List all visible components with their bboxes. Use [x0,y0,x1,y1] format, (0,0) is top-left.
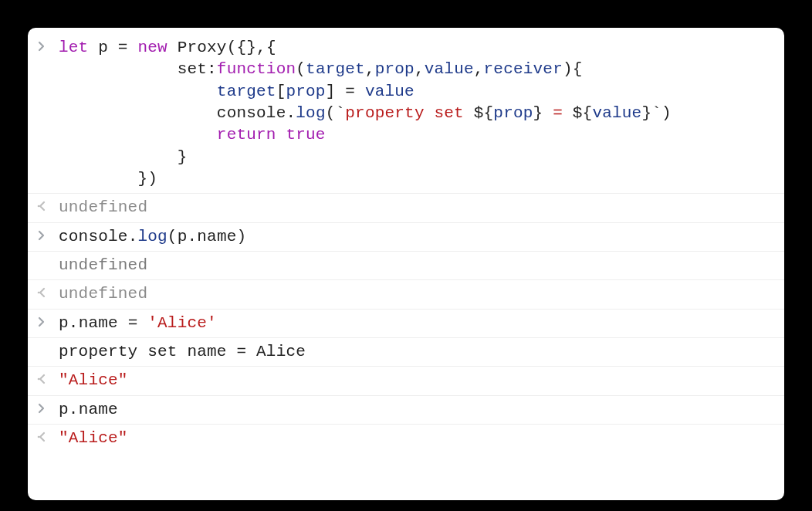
code-line: p.name = 'Alice' [59,313,776,334]
svg-point-0 [38,205,40,208]
output-chevron-icon [37,283,59,298]
log-output: undefined [59,255,776,276]
console-input-row[interactable]: console.log(p.name) [28,222,784,251]
output-chevron-icon [37,197,59,212]
console-result-row: undefined [28,279,784,308]
empty-gutter [37,255,59,259]
console-result-row: "Alice" [28,366,784,394]
result-string: "Alice" [59,370,776,391]
code-line: p.name [59,399,776,421]
input-chevron-icon [37,37,59,52]
code-line: console.log(p.name) [59,226,776,248]
input-chevron-icon [37,226,59,241]
output-chevron-icon [37,428,59,442]
console-log-row: undefined [28,251,784,279]
log-output: property set name = Alice [59,341,776,363]
result-string: "Alice" [59,428,776,449]
svg-point-3 [38,436,40,438]
console-input-row[interactable]: p.name [28,395,784,424]
result-undefined: undefined [59,283,776,305]
console-result-row: undefined [28,193,784,222]
console-log-row: property set name = Alice [28,337,784,366]
svg-point-1 [38,292,40,294]
input-chevron-icon [37,313,59,327]
output-chevron-icon [37,370,59,384]
empty-gutter [37,341,59,345]
console-result-row: "Alice" [28,424,784,452]
devtools-console[interactable]: let p = new Proxy({},{ set:function(targ… [28,28,784,500]
console-input-row[interactable]: p.name = 'Alice' [28,309,784,337]
console-input-row[interactable]: let p = new Proxy({},{ set:function(targ… [28,28,784,193]
input-chevron-icon [37,399,59,414]
svg-point-2 [38,378,40,381]
result-undefined: undefined [59,197,776,218]
code-block: let p = new Proxy({},{ set:function(targ… [59,37,776,190]
